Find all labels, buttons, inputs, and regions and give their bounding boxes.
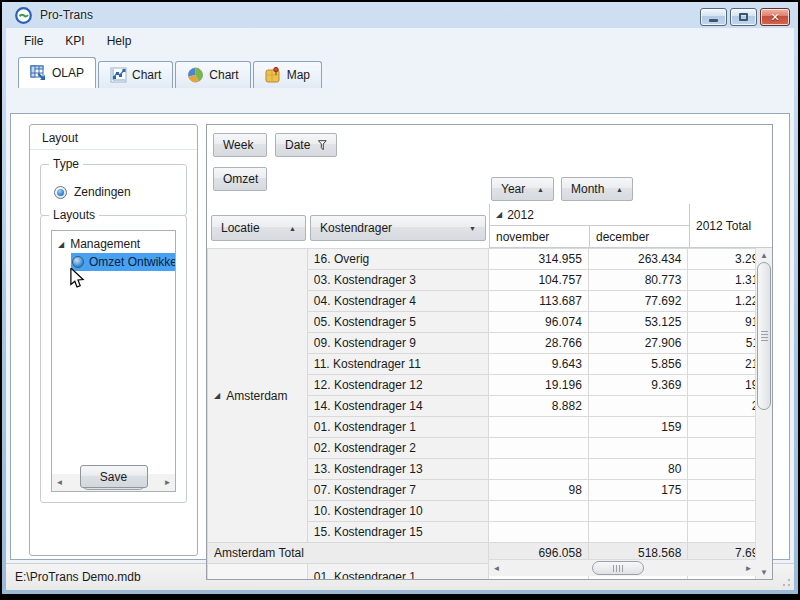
december-value-cell[interactable] bbox=[588, 396, 688, 417]
november-value-cell[interactable]: 96.074 bbox=[489, 312, 589, 333]
maximize-button[interactable] bbox=[730, 8, 757, 26]
year-group-header[interactable]: ◢ 2012 bbox=[489, 204, 689, 226]
tab-olap[interactable]: OLAP bbox=[18, 57, 96, 88]
month-header-november[interactable]: november bbox=[489, 226, 589, 248]
kostendrager-cell[interactable]: 05. Kostendrager 5 bbox=[307, 312, 488, 333]
november-value-cell[interactable]: 28.766 bbox=[489, 333, 589, 354]
kostendrager-cell[interactable]: 02. Kostendrager 2 bbox=[307, 438, 488, 459]
scrollbar-thumb[interactable] bbox=[592, 561, 644, 575]
zendingen-radio-label[interactable]: Zendingen bbox=[74, 185, 131, 199]
field-year-button[interactable]: Year ▲ bbox=[491, 177, 554, 201]
scrollbar-thumb[interactable] bbox=[757, 262, 771, 410]
december-value-cell[interactable]: 77.692 bbox=[588, 291, 688, 312]
november-value-cell[interactable]: 314.955 bbox=[489, 249, 589, 270]
november-value-cell[interactable] bbox=[489, 459, 589, 480]
november-value-cell[interactable]: 104.757 bbox=[489, 270, 589, 291]
title-bar[interactable]: Pro-Trans ✕ bbox=[2, 2, 798, 28]
november-value-cell[interactable]: 19.196 bbox=[489, 375, 589, 396]
tab-label: OLAP bbox=[52, 66, 84, 80]
grid-vertical-scrollbar[interactable]: ▲ ▼ bbox=[755, 248, 772, 580]
kostendrager-cell[interactable]: 04. Kostendrager 4 bbox=[307, 291, 488, 312]
minimize-button[interactable] bbox=[700, 8, 727, 26]
november-value-cell[interactable]: 98 bbox=[489, 480, 589, 501]
kostendrager-cell[interactable]: 12. Kostendrager 12 bbox=[307, 375, 488, 396]
kostendrager-cell[interactable]: 10. Kostendrager 10 bbox=[307, 501, 488, 522]
scroll-right-arrow-icon[interactable]: ► bbox=[160, 478, 175, 487]
november-value-cell[interactable] bbox=[489, 522, 589, 543]
december-value-cell[interactable]: 27.906 bbox=[588, 333, 688, 354]
november-value-cell[interactable]: 113.687 bbox=[489, 291, 589, 312]
november-value-cell[interactable] bbox=[489, 417, 589, 438]
field-locatie-button[interactable]: Locatie ▲ bbox=[211, 215, 306, 241]
sort-asc-icon: ▲ bbox=[537, 186, 544, 193]
total-column-label: 2012 Total bbox=[696, 219, 751, 233]
resize-grip[interactable] bbox=[779, 575, 791, 587]
december-value-cell[interactable]: 5.856 bbox=[588, 354, 688, 375]
kostendrager-cell[interactable]: 15. Kostendrager 15 bbox=[307, 522, 488, 543]
year-total-header[interactable]: 2012 Total bbox=[689, 204, 773, 248]
tab-label: Chart bbox=[132, 68, 161, 82]
december-value-cell[interactable]: 175 bbox=[588, 480, 688, 501]
scroll-right-arrow-icon[interactable]: ► bbox=[741, 564, 756, 573]
kostendrager-cell[interactable]: 14. Kostendrager 14 bbox=[307, 396, 488, 417]
tab-label: Chart bbox=[209, 68, 238, 82]
field-month-button[interactable]: Month ▲ bbox=[561, 177, 633, 201]
filter-funnel-icon[interactable] bbox=[318, 140, 327, 151]
kostendrager-cell[interactable]: 01. Kostendrager 1 bbox=[307, 417, 488, 438]
december-value-cell[interactable] bbox=[588, 501, 688, 522]
kostendrager-cell[interactable]: 07. Kostendrager 7 bbox=[307, 480, 488, 501]
tab-map[interactable]: Map bbox=[253, 61, 322, 88]
menu-help[interactable]: Help bbox=[97, 31, 142, 51]
kostendrager-cell[interactable]: 03. Kostendrager 3 bbox=[307, 270, 488, 291]
clipped-row-text: 01. Kostendrager 1 bbox=[307, 564, 488, 581]
december-value-cell[interactable]: 159 bbox=[588, 417, 688, 438]
tree-node-label[interactable]: Omzet Ontwikkel bbox=[89, 255, 175, 269]
kostendrager-cell[interactable]: 09. Kostendrager 9 bbox=[307, 333, 488, 354]
december-value-cell[interactable]: 53.125 bbox=[588, 312, 688, 333]
radio-button-icon[interactable] bbox=[54, 186, 67, 199]
december-value-cell[interactable] bbox=[588, 522, 688, 543]
kostendrager-cell[interactable]: 13. Kostendrager 13 bbox=[307, 459, 488, 480]
tree-node-management[interactable]: ◢ Management bbox=[52, 235, 175, 253]
december-value-cell[interactable]: 80 bbox=[588, 459, 688, 480]
type-group-label: Type bbox=[49, 157, 83, 171]
line-chart-icon bbox=[110, 67, 127, 83]
layout-panel: Layout Type Zendingen Layouts ◢ Manageme… bbox=[29, 124, 198, 556]
row-group-amsterdam[interactable]: ◢Amsterdam bbox=[208, 249, 308, 543]
november-value-cell[interactable] bbox=[489, 438, 589, 459]
field-kostendrager-button[interactable]: Kostendrager ▼ bbox=[310, 215, 486, 241]
december-value-cell[interactable]: 9.369 bbox=[588, 375, 688, 396]
field-omzet-button[interactable]: Omzet bbox=[213, 167, 267, 191]
month-label: december bbox=[596, 230, 649, 244]
december-value-cell[interactable] bbox=[588, 438, 688, 459]
december-value-cell[interactable]: 263.434 bbox=[588, 249, 688, 270]
november-value-cell[interactable]: 8.882 bbox=[489, 396, 589, 417]
month-header-december[interactable]: december bbox=[589, 226, 689, 248]
expand-triangle-icon[interactable]: ◢ bbox=[58, 240, 64, 249]
field-week-button[interactable]: Week bbox=[213, 133, 267, 157]
close-button[interactable]: ✕ bbox=[760, 8, 790, 26]
november-value-cell[interactable]: 9.643 bbox=[489, 354, 589, 375]
tree-node-label[interactable]: Management bbox=[70, 237, 140, 251]
field-date-button[interactable]: Date bbox=[275, 133, 337, 157]
menu-kpi[interactable]: KPI bbox=[55, 31, 94, 51]
layout-radio-icon[interactable] bbox=[72, 256, 84, 268]
save-button[interactable]: Save bbox=[80, 465, 148, 488]
november-value-cell[interactable] bbox=[489, 501, 589, 522]
scroll-left-arrow-icon[interactable]: ◄ bbox=[52, 478, 67, 487]
expand-triangle-icon[interactable]: ◢ bbox=[496, 210, 502, 219]
tab-chart-pie[interactable]: Chart bbox=[175, 61, 250, 88]
field-label: Year bbox=[501, 182, 525, 196]
scroll-up-arrow-icon[interactable]: ▲ bbox=[756, 251, 772, 260]
scroll-left-arrow-icon[interactable]: ◄ bbox=[489, 564, 504, 573]
layout-panel-header[interactable]: Layout bbox=[30, 125, 197, 150]
grid-horizontal-scrollbar[interactable]: ◄ ► bbox=[489, 559, 756, 576]
status-text: E:\ProTrans Demo.mdb bbox=[15, 570, 141, 584]
menu-file[interactable]: File bbox=[14, 31, 53, 51]
scroll-down-arrow-icon[interactable]: ▼ bbox=[756, 568, 772, 577]
december-value-cell[interactable]: 80.773 bbox=[588, 270, 688, 291]
kostendrager-cell[interactable]: 16. Overig bbox=[307, 249, 488, 270]
kostendrager-cell[interactable]: 11. Kostendrager 11 bbox=[307, 354, 488, 375]
tab-chart-line[interactable]: Chart bbox=[98, 61, 173, 88]
expand-triangle-icon[interactable]: ◢ bbox=[214, 391, 220, 400]
